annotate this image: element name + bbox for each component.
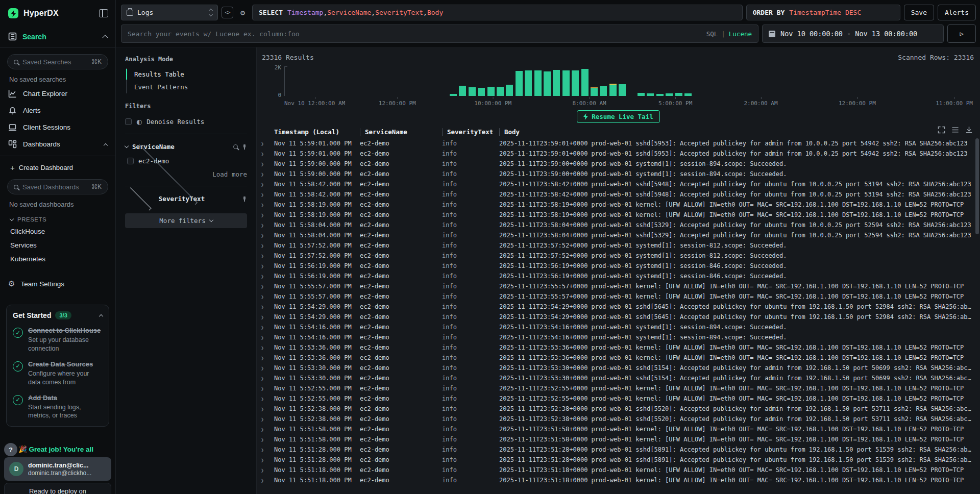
code-toggle-icon[interactable]: <> xyxy=(222,7,233,18)
source-select[interactable]: Logs xyxy=(121,5,218,20)
row-expand-chevron-icon[interactable]: ❯ xyxy=(261,437,274,442)
table-row[interactable]: ❯Nov 11 5:53:30.000 PMec2-demoinfo2025-1… xyxy=(257,373,980,383)
row-expand-chevron-icon[interactable]: ❯ xyxy=(261,447,274,453)
alerts-button[interactable]: Alerts xyxy=(938,5,976,20)
table-row[interactable]: ❯Nov 11 5:52:55.000 PMec2-demoinfo2025-1… xyxy=(257,383,980,393)
table-row[interactable]: ❯Nov 11 5:54:29.000 PMec2-demoinfo2025-1… xyxy=(257,312,980,322)
table-row[interactable]: ❯Nov 11 5:51:58.000 PMec2-demoinfo2025-1… xyxy=(257,434,980,444)
chevron-up-icon[interactable] xyxy=(102,35,108,40)
service-option-ec2-demo[interactable]: ec2-demo xyxy=(125,154,247,168)
table-row[interactable]: ❯Nov 11 5:51:58.000 PMec2-demoinfo2025-1… xyxy=(257,424,980,434)
get-started-header[interactable]: Get Started 3/3 xyxy=(13,311,103,319)
row-expand-chevron-icon[interactable]: ❯ xyxy=(261,182,274,187)
sidebar-item-alerts[interactable]: Alerts xyxy=(0,102,115,119)
event-search-field[interactable]: SQL | Lucene xyxy=(121,24,758,43)
row-expand-chevron-icon[interactable]: ❯ xyxy=(261,223,274,228)
col-servicename[interactable]: ServiceName xyxy=(360,128,442,136)
col-body[interactable]: Body xyxy=(499,128,980,136)
presets-toggle[interactable]: PRESETS xyxy=(0,210,115,225)
table-row[interactable]: ❯Nov 11 5:55:57.000 PMec2-demoinfo2025-1… xyxy=(257,281,980,291)
table-row[interactable]: ❯Nov 11 5:55:57.000 PMec2-demoinfo2025-1… xyxy=(257,291,980,302)
row-expand-chevron-icon[interactable]: ❯ xyxy=(261,253,274,259)
table-row[interactable]: ❯Nov 11 5:51:28.000 PMec2-demoinfo2025-1… xyxy=(257,455,980,465)
table-row[interactable]: ❯Nov 11 5:51:18.000 PMec2-demoinfo2025-1… xyxy=(257,465,980,475)
table-row[interactable]: ❯Nov 11 5:58:19.000 PMec2-demoinfo2025-1… xyxy=(257,200,980,210)
table-row[interactable]: ❯Nov 11 5:58:04.000 PMec2-demoinfo2025-1… xyxy=(257,220,980,230)
row-expand-chevron-icon[interactable]: ❯ xyxy=(261,335,274,340)
row-expand-chevron-icon[interactable]: ❯ xyxy=(261,478,274,483)
sidebar-item-dashboards[interactable]: Dashboards xyxy=(0,136,115,153)
table-row[interactable]: ❯Nov 11 5:59:00.000 PMec2-demoinfo2025-1… xyxy=(257,169,980,179)
table-row[interactable]: ❯Nov 11 5:58:04.000 PMec2-demoinfo2025-1… xyxy=(257,230,980,240)
sidebar-item-chart-explorer[interactable]: Chart Explorer xyxy=(0,85,115,102)
row-expand-chevron-icon[interactable]: ❯ xyxy=(261,263,274,269)
row-expand-chevron-icon[interactable]: ❯ xyxy=(261,416,274,422)
pin-icon[interactable] xyxy=(242,196,247,202)
analysis-mode-event-patterns[interactable]: Event Patterns xyxy=(127,81,247,93)
row-expand-chevron-icon[interactable]: ❯ xyxy=(261,376,274,381)
row-expand-chevron-icon[interactable]: ❯ xyxy=(261,274,274,279)
sql-toggle[interactable]: SQL xyxy=(706,30,718,38)
saved-dashboards-input[interactable]: Saved Dashboards ⌘K xyxy=(7,179,108,194)
table-row[interactable]: ❯Nov 11 5:59:01.000 PMec2-demoinfo2025-1… xyxy=(257,138,980,149)
preset-dashboard-link[interactable]: ClickHouse xyxy=(0,225,115,238)
row-expand-chevron-icon[interactable]: ❯ xyxy=(261,386,274,391)
more-filters-button[interactable]: More filters xyxy=(125,213,247,228)
expand-icon[interactable] xyxy=(938,126,945,134)
get-started-item[interactable]: ✓Add DataStart sending logs, metrics, or… xyxy=(13,394,103,421)
filter-search-icon[interactable] xyxy=(233,144,238,149)
table-row[interactable]: ❯Nov 11 5:54:16.000 PMec2-demoinfo2025-1… xyxy=(257,322,980,332)
table-row[interactable]: ❯Nov 11 5:54:16.000 PMec2-demoinfo2025-1… xyxy=(257,332,980,342)
lucene-toggle[interactable]: Lucene xyxy=(729,30,752,38)
row-expand-chevron-icon[interactable]: ❯ xyxy=(261,212,274,218)
row-expand-chevron-icon[interactable]: ❯ xyxy=(261,406,274,412)
row-expand-chevron-icon[interactable]: ❯ xyxy=(261,467,274,473)
row-expand-chevron-icon[interactable]: ❯ xyxy=(261,304,274,310)
date-range-picker[interactable]: Nov 10 00:00:00 - Nov 13 00:00:00 xyxy=(762,24,944,43)
order-by-input[interactable]: ORDER BY TimestampTime DESC xyxy=(746,5,900,20)
source-settings-gear-icon[interactable]: ⚙ xyxy=(237,7,249,18)
table-row[interactable]: ❯Nov 11 5:51:18.000 PMec2-demoinfo2025-1… xyxy=(257,475,980,485)
row-expand-chevron-icon[interactable]: ❯ xyxy=(261,365,274,371)
resume-live-tail-button[interactable]: Resume Live Tail xyxy=(577,110,659,123)
table-row[interactable]: ❯Nov 11 5:58:19.000 PMec2-demoinfo2025-1… xyxy=(257,210,980,220)
row-expand-chevron-icon[interactable]: ❯ xyxy=(261,161,274,167)
get-started-item[interactable]: ✓Connect to ClickHouseSet up your databa… xyxy=(13,327,103,353)
table-row[interactable]: ❯Nov 11 5:52:55.000 PMec2-demoinfo2025-1… xyxy=(257,393,980,404)
sidebar-collapse-icon[interactable] xyxy=(99,9,108,17)
table-row[interactable]: ❯Nov 11 5:59:00.000 PMec2-demoinfo2025-1… xyxy=(257,159,980,169)
row-density-icon[interactable] xyxy=(951,126,959,134)
chevron-up-icon[interactable] xyxy=(104,143,108,147)
row-expand-chevron-icon[interactable]: ❯ xyxy=(261,202,274,208)
table-row[interactable]: ❯Nov 11 5:52:38.000 PMec2-demoinfo2025-1… xyxy=(257,414,980,424)
table-row[interactable]: ❯Nov 11 5:53:36.000 PMec2-demoinfo2025-1… xyxy=(257,353,980,363)
row-expand-chevron-icon[interactable]: ❯ xyxy=(261,457,274,463)
row-expand-chevron-icon[interactable]: ❯ xyxy=(261,427,274,432)
get-started-item[interactable]: ✓Create Data SourcesConfigure where your… xyxy=(13,360,103,387)
load-more-button[interactable]: Load more xyxy=(125,168,247,181)
run-query-button[interactable]: ▷ xyxy=(947,24,976,43)
row-expand-chevron-icon[interactable]: ❯ xyxy=(261,171,274,177)
row-expand-chevron-icon[interactable]: ❯ xyxy=(261,314,274,320)
table-row[interactable]: ❯Nov 11 5:58:42.000 PMec2-demoinfo2025-1… xyxy=(257,179,980,189)
table-row[interactable]: ❯Nov 11 5:58:42.000 PMec2-demoinfo2025-1… xyxy=(257,189,980,200)
row-expand-chevron-icon[interactable]: ❯ xyxy=(261,141,274,146)
table-row[interactable]: ❯Nov 11 5:57:52.000 PMec2-demoinfo2025-1… xyxy=(257,240,980,251)
denoise-results-checkbox[interactable]: ◐ Denoise Results xyxy=(125,115,247,129)
table-row[interactable]: ❯Nov 11 5:56:19.000 PMec2-demoinfo2025-1… xyxy=(257,261,980,271)
analysis-mode-results-table[interactable]: Results Table xyxy=(127,68,247,81)
select-query-input[interactable]: SELECT Timestamp , ServiceName , Severit… xyxy=(252,5,743,20)
table-row[interactable]: ❯Nov 11 5:56:19.000 PMec2-demoinfo2025-1… xyxy=(257,271,980,281)
col-severitytext[interactable]: SeverityText xyxy=(442,128,499,136)
table-row[interactable]: ❯Nov 11 5:53:30.000 PMec2-demoinfo2025-1… xyxy=(257,363,980,373)
help-button[interactable]: ? xyxy=(4,443,17,456)
deploy-banner[interactable]: Ready to deploy on xyxy=(4,483,111,494)
row-expand-chevron-icon[interactable]: ❯ xyxy=(261,294,274,300)
nav-search[interactable]: Search xyxy=(0,26,115,48)
table-row[interactable]: ❯Nov 11 5:51:28.000 PMec2-demoinfo2025-1… xyxy=(257,444,980,455)
table-row[interactable]: ❯Nov 11 5:59:01.000 PMec2-demoinfo2025-1… xyxy=(257,149,980,159)
table-row[interactable]: ❯Nov 11 5:53:36.000 PMec2-demoinfo2025-1… xyxy=(257,342,980,353)
preset-dashboard-link[interactable]: Kubernetes xyxy=(0,252,115,266)
checkbox-icon[interactable] xyxy=(127,158,134,164)
user-menu[interactable]: D dominic.tran@clic... dominic.tran@clic… xyxy=(4,457,111,481)
